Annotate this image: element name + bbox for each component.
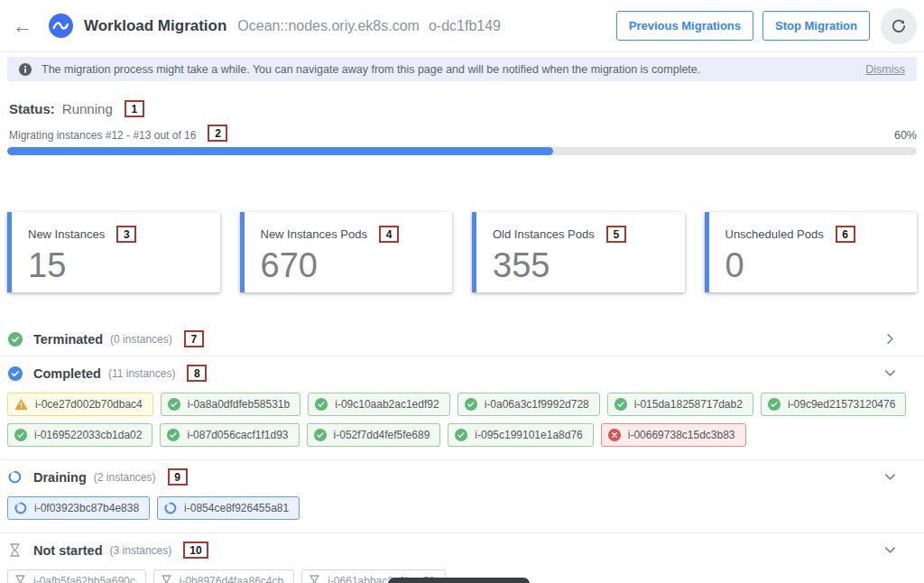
instance-chip[interactable]: i-052f7dd4fef5fe689: [307, 423, 441, 447]
status-label: Status:: [9, 101, 55, 116]
instance-chips: i-0f03923bc87b4e838i-0854ce8f926455a81: [7, 494, 917, 532]
error-icon: [608, 429, 621, 441]
dismiss-link[interactable]: Dismiss: [865, 63, 905, 76]
instance-chip[interactable]: i-09c10aab2ac1edf92: [308, 393, 449, 416]
annotation-marker-10: 10: [183, 541, 208, 559]
section-not-started: Not started (3 instances) 10 i-0afb5fa62…: [0, 533, 924, 583]
section-title: Terminated: [33, 332, 103, 347]
section-count: (3 instances): [110, 544, 172, 557]
draining-icon: [14, 502, 27, 514]
chevron-down-icon[interactable]: [883, 366, 897, 380]
card-value: 670: [261, 248, 437, 282]
card-label: Old Instances Pods: [493, 227, 595, 241]
instance-id: i-052f7dd4fef5fe689: [334, 429, 430, 441]
pending-icon: [309, 575, 320, 583]
annotation-marker-4: 4: [379, 226, 399, 243]
refresh-icon: [891, 18, 907, 34]
instance-id: i-0a06a3c1f9992d728: [485, 398, 589, 411]
summary-card-3: Old Instances Pods 5 355: [472, 212, 685, 292]
success-icon: [167, 429, 180, 441]
warning-icon: [14, 398, 28, 411]
cluster-subtitle: Ocean::nodes.oriy.ek8s.como-dc1fb149: [237, 18, 501, 34]
instance-chip[interactable]: i-0f03923bc87b4e838: [7, 496, 150, 520]
instance-id: i-0169522033cb1da02: [34, 429, 142, 441]
summary-cards: New Instances 3 15 New Instances Pods 4 …: [0, 212, 924, 292]
banner-text: The migration process might take a while…: [42, 63, 700, 76]
instance-id: i-00669738c15dc3b83: [628, 429, 735, 441]
refresh-button[interactable]: [881, 8, 917, 44]
bottom-overlay-bar: [388, 578, 530, 583]
success-icon: [465, 398, 477, 411]
status-value: Running: [62, 101, 113, 116]
header: ← Workload Migration Ocean::nodes.oriy.e…: [0, 0, 924, 52]
instance-chip[interactable]: i-015da18258717dab2: [607, 393, 753, 416]
instance-id: i-0b8976d4faa86c4cb: [180, 575, 283, 583]
instance-id: i-0ce27d002b70dbac4: [35, 398, 143, 411]
section-title: Draining: [33, 470, 87, 485]
annotation-marker-3: 3: [116, 226, 136, 243]
instance-chip[interactable]: i-09c9ed21573120476: [761, 393, 906, 416]
ocean-logo-icon: [49, 14, 73, 38]
annotation-marker-8: 8: [187, 365, 207, 382]
instance-chip[interactable]: i-0afb5fa62bb5a690c: [7, 569, 146, 583]
card-label: New Instances: [28, 227, 105, 241]
instance-chip[interactable]: i-0b8976d4faa86c4cb: [153, 569, 294, 583]
section-header[interactable]: Draining (2 instances) 9: [7, 460, 917, 494]
status-row: Status: Running 1: [7, 100, 917, 117]
spinner-icon: [7, 470, 23, 484]
section-title: Not started: [33, 543, 103, 558]
success-icon: [14, 429, 27, 441]
chevron-right-icon[interactable]: [883, 332, 897, 346]
annotation-marker-7: 7: [184, 330, 204, 347]
hourglass-icon: [7, 543, 23, 557]
migrating-instances-text: Migrating instances #12 - #13 out of 16: [9, 129, 196, 142]
success-icon: [768, 398, 781, 411]
annotation-marker-5: 5: [606, 226, 626, 243]
check-circle-green-icon: [7, 332, 23, 347]
success-icon: [614, 398, 627, 411]
annotation-marker-6: 6: [836, 226, 855, 243]
section-header[interactable]: Terminated (0 instances) 7: [7, 322, 917, 356]
workload-migration-page: ← Workload Migration Ocean::nodes.oriy.e…: [0, 0, 924, 583]
chevron-down-icon[interactable]: [883, 543, 897, 557]
card-label: New Instances Pods: [261, 227, 368, 241]
instance-chip[interactable]: i-0854ce8f926455a81: [157, 496, 300, 520]
progress-percent: 60%: [894, 129, 917, 142]
section-header[interactable]: Not started (3 instances) 10: [7, 533, 917, 567]
summary-card-4: Unscheduled Pods 6 0: [705, 212, 918, 292]
summary-card-2: New Instances Pods 4 670: [240, 212, 453, 292]
instance-chip[interactable]: i-0ce27d002b70dbac4: [7, 393, 153, 416]
instance-chip[interactable]: i-095c199101e1a8d76: [448, 423, 593, 447]
instance-chip[interactable]: i-0a8a0dfdfeb58531b: [161, 393, 300, 416]
section-completed: Completed (11 instances) 8 i-0ce27d002b7…: [0, 356, 924, 460]
annotation-marker-9: 9: [168, 468, 188, 486]
stop-migration-button[interactable]: Stop Migration: [762, 11, 870, 41]
instance-chip[interactable]: i-0169522033cb1da02: [7, 423, 152, 447]
section-count: (2 instances): [94, 471, 156, 484]
instance-id: i-095c199101e1a8d76: [475, 429, 582, 441]
success-icon: [168, 398, 180, 411]
card-value: 0: [725, 248, 901, 282]
card-value: 355: [493, 248, 669, 282]
section-header[interactable]: Completed (11 instances) 8: [7, 356, 917, 390]
check-circle-blue-icon: [7, 366, 23, 381]
section-title: Completed: [33, 366, 101, 381]
instance-chip[interactable]: i-0a06a3c1f9992d728: [457, 393, 600, 416]
instance-chip[interactable]: i-00669738c15dc3b83: [601, 423, 746, 447]
annotation-marker-2: 2: [208, 125, 227, 142]
instance-chip[interactable]: i-087d056cacf1f1d93: [160, 423, 299, 447]
progress-fill: [7, 147, 553, 155]
previous-migrations-button[interactable]: Previous Migrations: [616, 11, 753, 41]
card-value: 15: [28, 248, 204, 282]
chevron-down-icon[interactable]: [883, 470, 897, 484]
instance-chips: i-0ce27d002b70dbac4i-0a8a0dfdfeb58531bi-…: [7, 390, 917, 459]
success-icon: [455, 429, 467, 441]
migration-progress-text-row: Migrating instances #12 - #13 out of 16 …: [7, 125, 917, 142]
back-arrow-icon[interactable]: ←: [13, 16, 32, 36]
instance-sections: Terminated (0 instances) 7 Completed (11…: [0, 322, 924, 583]
info-banner: The migration process might take a while…: [7, 57, 917, 81]
section-terminated: Terminated (0 instances) 7: [0, 322, 924, 356]
progress-bar: [7, 147, 917, 155]
section-draining: Draining (2 instances) 9 i-0f03923bc87b4…: [0, 460, 924, 533]
summary-card-1: New Instances 3 15: [7, 212, 220, 292]
